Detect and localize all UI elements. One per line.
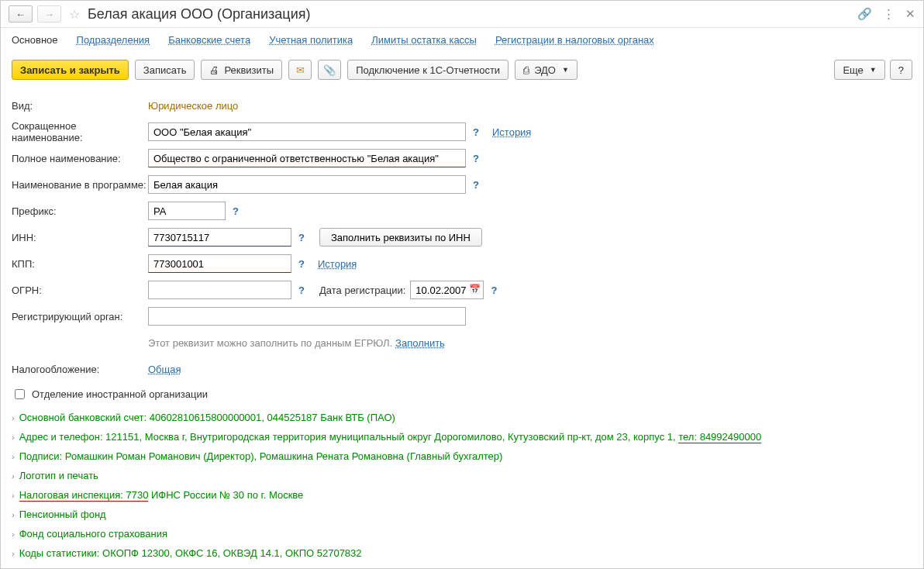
- ogrn-label: ОГРН:: [12, 284, 148, 296]
- print-icon: 🖨: [209, 64, 219, 76]
- short-name-label: Сокращенное наименование:: [12, 120, 148, 143]
- tab-cash-limits[interactable]: Лимиты остатка кассы: [371, 34, 477, 50]
- more-button[interactable]: Еще ▼: [834, 60, 884, 80]
- edo-button[interactable]: ⎙ ЭДО ▼: [515, 60, 578, 80]
- nav-back-button[interactable]: ←: [9, 5, 33, 22]
- short-name-input[interactable]: [148, 122, 466, 141]
- fill-by-inn-button[interactable]: Заполнить реквизиты по ИНН: [319, 228, 482, 247]
- type-label: Вид:: [12, 100, 148, 112]
- link-icon[interactable]: 🔗: [857, 7, 872, 21]
- chevron-down-icon: ▼: [870, 66, 877, 74]
- tax-mode-link[interactable]: Общая: [148, 364, 181, 375]
- tab-divisions[interactable]: Подразделения: [77, 34, 150, 50]
- foreign-branch-label: Отделение иностранной организации: [32, 388, 208, 400]
- ogrn-input[interactable]: [148, 281, 291, 299]
- favorite-star-icon[interactable]: ☆: [69, 7, 80, 22]
- help-icon[interactable]: ?: [295, 258, 309, 270]
- chevron-right-icon: ›: [12, 510, 15, 519]
- attachment-button[interactable]: 📎: [318, 60, 341, 80]
- prefix-label: Префикс:: [12, 205, 148, 217]
- program-name-input[interactable]: [148, 175, 466, 194]
- chevron-right-icon: ›: [12, 471, 15, 481]
- type-value: Юридическое лицо: [148, 100, 238, 112]
- full-name-input[interactable]: [148, 149, 466, 167]
- edo-icon: ⎙: [523, 64, 529, 76]
- kpp-input[interactable]: [148, 254, 291, 273]
- section-tax-inspection[interactable]: › Налоговая инспекция: 7730 ИФНС России …: [12, 485, 912, 505]
- section-social-insurance[interactable]: › Фонд социального страхования: [12, 524, 912, 543]
- help-icon[interactable]: ?: [229, 205, 243, 217]
- calendar-icon[interactable]: 📅: [469, 284, 481, 295]
- chevron-right-icon: ›: [12, 413, 15, 422]
- reg-org-input[interactable]: [148, 307, 466, 326]
- help-icon[interactable]: ?: [295, 232, 309, 243]
- kpp-history-link[interactable]: История: [318, 258, 357, 270]
- chevron-right-icon: ›: [12, 529, 15, 539]
- section-logo-stamp[interactable]: › Логотип и печать: [12, 466, 912, 485]
- full-name-label: Полное наименование:: [12, 153, 148, 164]
- close-icon[interactable]: ✕: [905, 7, 915, 21]
- tab-main[interactable]: Основное: [12, 34, 58, 50]
- inn-label: ИНН:: [12, 232, 148, 243]
- tax-mode-label: Налогообложение:: [12, 364, 148, 375]
- history-link[interactable]: История: [492, 126, 531, 138]
- section-address-phone[interactable]: › Адрес и телефон: 121151, Москва г, Вну…: [12, 427, 912, 447]
- save-and-close-button[interactable]: Записать и закрыть: [12, 60, 129, 80]
- save-button[interactable]: Записать: [135, 60, 195, 80]
- window-title: Белая акация ООО (Организация): [88, 6, 853, 22]
- help-icon[interactable]: ?: [469, 126, 483, 138]
- more-menu-icon[interactable]: ⋮: [883, 7, 895, 21]
- section-pension-fund[interactable]: › Пенсионный фонд: [12, 505, 912, 524]
- connect-1c-reporting-button[interactable]: Подключение к 1С-Отчетности: [347, 60, 509, 80]
- chevron-down-icon: ▼: [562, 66, 569, 74]
- chevron-right-icon: ›: [12, 452, 15, 461]
- chevron-right-icon: ›: [12, 549, 15, 558]
- foreign-branch-checkbox[interactable]: [15, 389, 25, 399]
- kpp-label: КПП:: [12, 258, 148, 270]
- nav-forward-button[interactable]: →: [37, 5, 61, 22]
- tab-bank-accounts[interactable]: Банковские счета: [168, 34, 250, 50]
- prefix-input[interactable]: [148, 202, 226, 220]
- chevron-right-icon: ›: [12, 433, 15, 442]
- requisites-button[interactable]: 🖨 Реквизиты: [201, 60, 282, 80]
- inn-input[interactable]: [148, 228, 291, 247]
- chevron-right-icon: ›: [12, 491, 15, 500]
- tab-tax-registrations[interactable]: Регистрации в налоговых органах: [495, 34, 654, 50]
- tab-accounting-policy[interactable]: Учетная политика: [269, 34, 353, 50]
- reg-org-label: Регистрирующий орган:: [12, 311, 148, 322]
- help-icon[interactable]: ?: [487, 284, 501, 296]
- program-name-label: Наименование в программе:: [12, 179, 148, 191]
- section-statistics-codes[interactable]: › Коды статистики: ОКОПФ 12300, ОКФС 16,…: [12, 543, 912, 563]
- section-bank-account[interactable]: › Основной банковский счет: 406028106158…: [12, 408, 912, 427]
- help-icon[interactable]: ?: [469, 179, 483, 191]
- egrul-note: Этот реквизит можно заполнить по данным …: [148, 337, 392, 349]
- reg-date-label: Дата регистрации:: [319, 284, 405, 296]
- fill-link[interactable]: Заполнить: [395, 337, 445, 349]
- email-button[interactable]: ✉: [288, 60, 312, 80]
- section-signatures[interactable]: › Подписи: Ромашкин Роман Романович (Дир…: [12, 447, 912, 466]
- help-button[interactable]: ?: [890, 60, 912, 80]
- help-icon[interactable]: ?: [469, 153, 483, 164]
- help-icon[interactable]: ?: [295, 284, 309, 296]
